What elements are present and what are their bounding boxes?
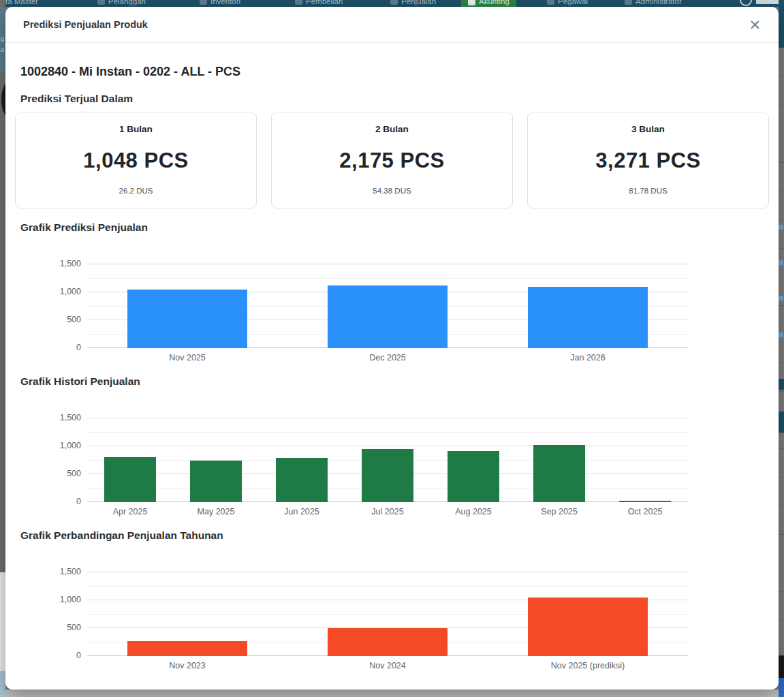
y-axis-tick-label: 500 xyxy=(67,469,81,478)
left-edge-table-rows xyxy=(0,116,5,572)
bar-apr-2025 xyxy=(104,457,156,502)
x-axis-category-label: Jul 2025 xyxy=(345,507,430,516)
admin-icon xyxy=(625,0,632,5)
purchase-icon xyxy=(295,0,302,5)
y-axis-tick-label: 0 xyxy=(76,343,81,352)
nav-item-pelanggan[interactable]: Pelanggan xyxy=(97,0,146,7)
app-logo xyxy=(740,0,784,6)
card-pcs-value: 1,048 PCS xyxy=(83,149,188,173)
nav-item-label: Penjualan xyxy=(401,0,436,5)
plot-area-wrap: Apr 2025May 2025Jun 2025Jul 2025Aug 2025… xyxy=(87,418,688,516)
nav-item-penjualan[interactable]: Penjualan xyxy=(390,0,436,7)
yearly-chart-title: Grafik Perbandingan Penjualan Tahunan xyxy=(20,529,769,542)
logo-ring-icon xyxy=(740,0,752,6)
x-axis-category-label: Apr 2025 xyxy=(87,507,173,516)
x-axis-category-label: Jan 2026 xyxy=(488,353,688,362)
left-edge-background: ga xyxy=(0,0,5,697)
right-edge-dark-block xyxy=(779,655,784,678)
right-edge-header xyxy=(779,0,784,48)
modal-body: 1002840 - Mi Instan - 0202 - ALL - PCS P… xyxy=(5,43,779,690)
y-axis: 05001,0001,500 xyxy=(15,418,87,502)
prediction-card-3-month: 3 Bulan 3,271 PCS 81.78 DUS xyxy=(527,112,769,208)
top-nav: ta MasterPelangganInventoriPembelianPenj… xyxy=(0,0,784,7)
y-axis: 05001,0001,500 xyxy=(15,264,87,348)
plot-area-wrap: Nov 2025Dec 2025Jan 2026 xyxy=(87,264,688,362)
nav-item-pegawai[interactable]: Pegawai xyxy=(547,0,588,7)
prediction-cards-title: Prediksi Terjual Dalam xyxy=(20,92,769,105)
nav-item-label: Pelanggan xyxy=(108,0,146,5)
card-dus-value: 26.2 DUS xyxy=(119,187,153,195)
plot-area-wrap: Nov 2023Nov 2024Nov 2025 (prediksi) xyxy=(87,572,688,670)
y-axis-tick-label: 0 xyxy=(76,651,81,660)
right-edge-button-block xyxy=(779,678,784,697)
close-button[interactable]: ✕ xyxy=(749,18,761,32)
backdrop-bottom-band xyxy=(5,690,779,697)
y-axis-tick-label: 1,000 xyxy=(60,287,81,296)
bar-aug-2025 xyxy=(448,451,499,502)
right-edge-table-rows xyxy=(779,48,784,654)
modal-header: Prediksi Penjualan Produk ✕ xyxy=(5,7,779,43)
nav-item-akunting[interactable]: Akunting xyxy=(461,0,516,7)
bar-jun-2025 xyxy=(276,458,328,502)
x-axis-labels: Nov 2025Dec 2025Jan 2026 xyxy=(87,353,688,362)
x-axis-category-label: Oct 2025 xyxy=(602,507,688,516)
bar-may-2025 xyxy=(190,461,242,502)
left-edge-panel: ga xyxy=(0,7,5,72)
bar-nov-2023 xyxy=(127,641,247,656)
sales-icon xyxy=(390,0,398,5)
plot-area xyxy=(87,418,688,502)
nav-item-administrator[interactable]: Administrator xyxy=(625,0,682,7)
prediction-card-1-month: 1 Bulan 1,048 PCS 26.2 DUS xyxy=(15,112,257,208)
nav-item-label: ta Master xyxy=(5,0,38,5)
right-edge-blue-block xyxy=(779,379,784,390)
y-axis-tick-label: 500 xyxy=(67,623,81,632)
card-pcs-value: 2,175 PCS xyxy=(339,149,444,173)
x-axis-category-label: Sep 2025 xyxy=(516,507,602,516)
y-axis-tick-label: 1,000 xyxy=(60,595,81,604)
y-axis-tick-label: 0 xyxy=(76,497,81,506)
nav-item-label: Administrator xyxy=(636,0,682,5)
nav-item-inventori[interactable]: Inventori xyxy=(200,0,240,7)
bar-nov-2025 xyxy=(127,290,247,348)
row-action-icon xyxy=(779,225,783,230)
bar-nov-2025-prediksi- xyxy=(528,598,648,656)
nav-item-pembelian[interactable]: Pembelian xyxy=(295,0,343,7)
card-period-label: 2 Bulan xyxy=(375,124,409,134)
card-dus-value: 81.78 DUS xyxy=(629,187,667,195)
prediction-cards: 1 Bulan 1,048 PCS 26.2 DUS 2 Bulan 2,175… xyxy=(15,112,769,208)
gridline xyxy=(87,264,688,264)
x-axis-category-label: Nov 2025 (prediksi) xyxy=(488,661,688,670)
bar-jan-2026 xyxy=(528,287,648,348)
row-action-icon xyxy=(779,296,783,300)
accounting-icon xyxy=(468,0,475,5)
modal-title: Prediksi Penjualan Produk xyxy=(23,19,148,30)
x-axis-category-label: May 2025 xyxy=(173,507,259,516)
y-axis-tick-label: 1,000 xyxy=(60,441,81,450)
nav-item-label: Pembelian xyxy=(306,0,343,5)
x-axis-category-label: Dec 2025 xyxy=(287,353,488,362)
gridline xyxy=(87,418,688,418)
x-axis-labels: Apr 2025May 2025Jun 2025Jul 2025Aug 2025… xyxy=(87,507,688,516)
x-axis-category-label: Jun 2025 xyxy=(259,507,345,516)
y-axis-tick-label: 1,500 xyxy=(60,259,81,268)
card-period-label: 3 Bulan xyxy=(631,124,665,134)
left-edge-light-panel xyxy=(0,572,5,671)
y-axis: 05001,0001,500 xyxy=(15,572,87,656)
left-edge-footer xyxy=(0,671,5,697)
nav-item-label: Akunting xyxy=(479,0,509,5)
x-axis-category-label: Nov 2024 xyxy=(287,661,488,670)
product-title: 1002840 - Mi Instan - 0202 - ALL - PCS xyxy=(20,63,769,80)
nav-item-ta-master[interactable]: ta Master xyxy=(5,0,38,7)
employee-icon xyxy=(547,0,554,5)
clipped-text-fragment: a xyxy=(1,46,4,53)
prediction-card-2-month: 2 Bulan 2,175 PCS 54.38 DUS xyxy=(271,112,513,208)
nav-item-label: Inventori xyxy=(210,0,240,5)
card-dus-value: 54.38 DUS xyxy=(373,187,411,195)
gridline xyxy=(87,432,688,433)
gridline xyxy=(87,572,688,572)
plot-area xyxy=(87,572,688,656)
prediction-modal: Prediksi Penjualan Produk ✕ 1002840 - Mi… xyxy=(5,7,779,690)
screen: ta MasterPelangganInventoriPembelianPenj… xyxy=(0,0,784,697)
x-axis-labels: Nov 2023Nov 2024Nov 2025 (prediksi) xyxy=(87,661,688,670)
history-chart-title: Grafik Histori Penjualan xyxy=(20,375,769,388)
